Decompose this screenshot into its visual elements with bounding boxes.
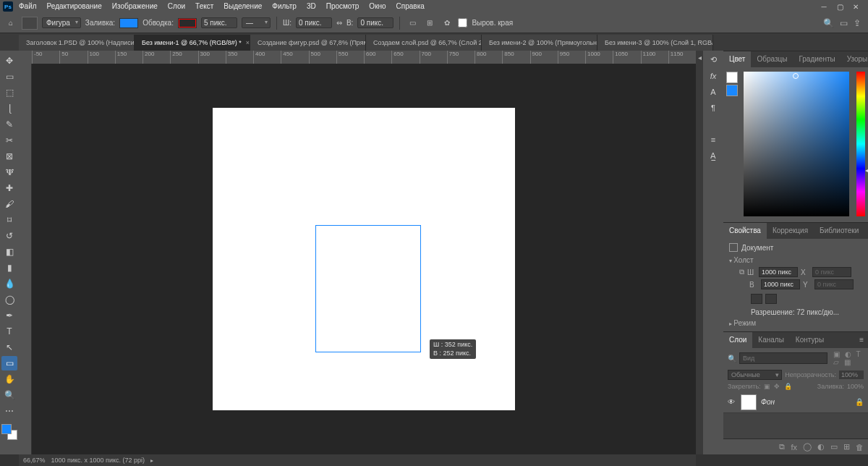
fill-swatch[interactable] [119, 18, 138, 28]
height-field[interactable]: 0 пикс. [357, 17, 393, 28]
shape-mode-dropdown[interactable]: Фигура [42, 17, 81, 28]
visibility-icon[interactable]: 👁 [728, 398, 736, 406]
tab-properties[interactable]: Свойства [723, 223, 767, 239]
blur-tool[interactable]: 💧 [1, 276, 17, 291]
lock-position-icon[interactable]: ✥ [774, 383, 780, 390]
artboard[interactable]: Ш : 352 пикс. В : 252 пикс. [213, 108, 515, 410]
history-brush-tool[interactable]: ↺ [1, 229, 17, 243]
align-edges-checkbox[interactable] [458, 18, 467, 27]
history-panel-icon[interactable]: ⟲ [710, 55, 717, 64]
menu-image[interactable]: Изображение [108, 0, 162, 13]
tab-swatches[interactable]: Образцы [751, 51, 793, 67]
home-button[interactable]: ⌂ [4, 17, 17, 30]
close-button[interactable]: ✕ [851, 3, 861, 11]
tab-paths[interactable]: Контуры [790, 332, 830, 348]
fx-panel-icon[interactable]: fx [710, 72, 717, 80]
zoom-tool[interactable]: 🔍 [1, 388, 17, 402]
props-mode-section[interactable]: Режим [729, 319, 862, 327]
trash-icon[interactable]: 🗑 [856, 443, 864, 452]
stroke-swatch[interactable] [178, 18, 197, 28]
color-swatches[interactable] [1, 424, 17, 440]
orientation-landscape[interactable] [765, 294, 777, 304]
link-wh-icon[interactable]: ⇔ [336, 19, 342, 27]
layer-thumb[interactable] [741, 394, 757, 410]
stroke-style-dropdown[interactable]: — [242, 17, 271, 28]
opacity-value[interactable]: 100% [839, 370, 864, 379]
tab-adjustments[interactable]: Коррекция [767, 223, 814, 239]
adjustment-icon[interactable]: ◐ [817, 442, 825, 452]
status-menu-icon[interactable]: ▸ [150, 457, 153, 464]
marquee-tool[interactable]: ⬚ [1, 85, 17, 100]
mask-icon[interactable]: ◯ [803, 442, 812, 452]
restore-button[interactable]: ▢ [835, 3, 845, 11]
orientation-portrait[interactable] [751, 294, 762, 304]
doc-tab-2[interactable]: Без имени-1 @ 66,7% (RGB/8#) *× [135, 35, 250, 51]
doc-tab-4[interactable]: Создаем слой.psd @ 66,7% (Слой 2, R...× [366, 35, 482, 51]
eraser-tool[interactable]: ◧ [1, 245, 17, 259]
tab-channels[interactable]: Каналы [752, 332, 790, 348]
edit-toolbar[interactable]: ⋯ [1, 404, 17, 418]
tab-character[interactable]: Символ [864, 223, 868, 239]
tab-color[interactable]: Цвет [723, 51, 751, 67]
group-icon[interactable]: ▭ [830, 442, 838, 452]
expand-panels-icon[interactable]: ◂ [698, 54, 702, 62]
menu-edit[interactable]: Редактирование [43, 0, 106, 13]
props-width-input[interactable] [759, 267, 798, 277]
layer-row[interactable]: 👁 Фон 🔒 [723, 391, 868, 413]
glyphs-panel-icon[interactable]: A̲ [710, 151, 716, 161]
stamp-tool[interactable]: ⌑ [1, 213, 17, 227]
menu-view[interactable]: Просмотр [322, 0, 364, 13]
doc-tab-5[interactable]: Без имени-2 @ 100% (Прямоугольник...× [482, 35, 597, 51]
frame-tool[interactable]: ⊠ [1, 149, 17, 164]
new-layer-icon[interactable]: ⊞ [843, 442, 850, 452]
crop-tool[interactable]: ✂ [1, 133, 17, 148]
eyedropper-tool[interactable]: 𝚿 [1, 165, 17, 179]
hand-tool[interactable]: ✋ [1, 372, 17, 386]
move-tool[interactable]: ✥ [1, 54, 17, 68]
dodge-tool[interactable]: ◯ [1, 292, 17, 307]
minimize-button[interactable]: ─ [819, 3, 829, 11]
rectangle-tool[interactable]: ▭ [1, 356, 17, 370]
menu-filter[interactable]: Фильтр [268, 0, 301, 13]
link-layers-icon[interactable]: ⧉ [779, 442, 785, 452]
lock-icon[interactable]: 🔒 [855, 398, 864, 406]
menu-3d[interactable]: 3D [302, 0, 320, 13]
tab-layers[interactable]: Слои [723, 332, 752, 348]
doc-tab-6[interactable]: Без имени-3 @ 100% (Слой 1, RGB/8...× [597, 35, 713, 51]
filter-shape-icon[interactable]: ▱ [833, 358, 839, 366]
filter-adjust-icon[interactable]: ◐ [845, 350, 851, 358]
panel-menu-icon[interactable]: ≡ [855, 332, 868, 348]
menu-layers[interactable]: Слои [163, 0, 190, 13]
pen-tool[interactable]: ✒ [1, 308, 17, 323]
gear-icon[interactable]: ✿ [441, 17, 454, 30]
paragraph-panel-icon[interactable]: ¶ [711, 103, 715, 112]
menu-window[interactable]: Окно [365, 0, 390, 13]
brush-tool[interactable]: 🖌 [1, 197, 17, 211]
zoom-level[interactable]: 66,67% [23, 457, 46, 464]
foreground-color[interactable] [1, 424, 12, 434]
tool-preset-swatch[interactable] [22, 17, 38, 30]
doc-tab-1[interactable]: Заголовок 1.PSD @ 100% (Надписи, R...× [19, 35, 135, 51]
align-button[interactable]: ⊞ [423, 17, 436, 30]
heal-tool[interactable]: ✚ [1, 181, 17, 195]
color-previous[interactable] [726, 85, 738, 96]
close-icon[interactable]: × [246, 39, 250, 46]
path-ops-button[interactable]: ▭ [406, 17, 419, 30]
doc-tab-3[interactable]: Создание фигур.psd @ 67,8% (Прямоу...× [250, 35, 366, 51]
lasso-tool[interactable]: ɭ [1, 101, 17, 116]
menu-text[interactable]: Текст [191, 0, 218, 13]
stroke-width-field[interactable]: 5 пикс. [201, 17, 237, 28]
tab-patterns[interactable]: Узоры [841, 51, 868, 67]
ruler-horizontal[interactable]: -505010015020025030035040045050055060065… [32, 51, 696, 64]
color-field[interactable] [744, 72, 849, 216]
color-current[interactable] [726, 72, 738, 83]
filter-smart-icon[interactable]: ▦ [844, 358, 851, 366]
character-panel-icon[interactable]: A [710, 88, 715, 96]
ruler-vertical[interactable] [19, 64, 32, 454]
filter-image-icon[interactable]: ▣ [833, 350, 840, 358]
search-icon[interactable]: 🔍 [823, 18, 834, 28]
gradient-tool[interactable]: ▮ [1, 260, 17, 275]
layers-search-input[interactable] [739, 352, 827, 364]
lock-all-icon[interactable]: 🔒 [784, 383, 792, 390]
filter-type-icon[interactable]: T [856, 350, 861, 358]
